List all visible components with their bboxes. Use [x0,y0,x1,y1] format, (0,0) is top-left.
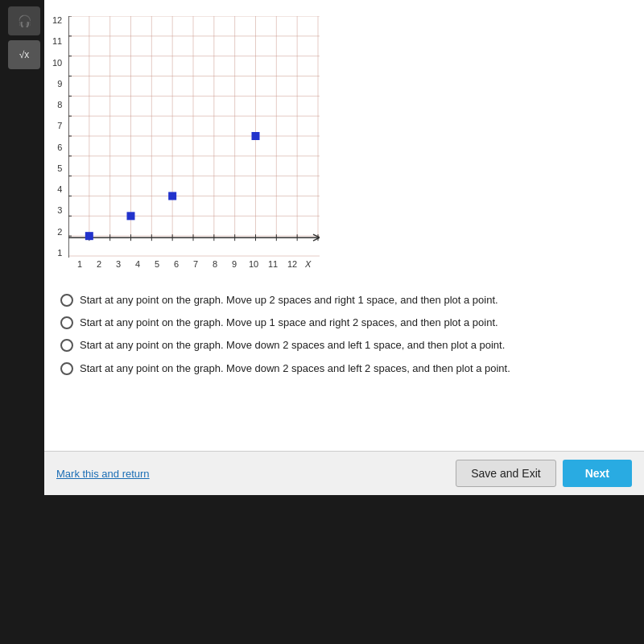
y-label-10: 10 [52,59,62,68]
content-area: 12 11 10 9 8 7 6 5 4 3 2 1 1 2 [44,0,644,451]
option-2-text: Start at any point on the graph. Move up… [80,316,498,330]
y-label-6: 6 [52,143,62,152]
x-label-8: 8 [205,259,225,269]
answer-options: Start at any point on the graph. Move up… [60,293,628,376]
y-label-2: 2 [52,228,62,237]
bottom-bar: Mark this and return Save and Exit Next [44,451,644,495]
mark-return-link[interactable]: Mark this and return [56,468,150,480]
radio-3[interactable] [60,339,73,352]
radio-2[interactable] [60,316,73,329]
x-label-2: 2 [89,259,109,269]
option-3[interactable]: Start at any point on the graph. Move do… [60,338,628,353]
graph-canvas[interactable] [68,16,320,258]
x-label-11: 11 [263,259,283,269]
option-1[interactable]: Start at any point on the graph. Move up… [60,293,628,308]
x-label-x: X [305,259,311,269]
left-toolbar: 🎧 √x [0,0,48,76]
formula-icon[interactable]: √x [8,40,40,69]
graph-wrapper: 12 11 10 9 8 7 6 5 4 3 2 1 1 2 [68,16,320,269]
x-label-4: 4 [128,259,147,269]
main-container: 🎧 √x 12 11 10 9 8 7 6 5 4 3 2 1 [0,0,644,644]
x-label-9: 9 [225,259,244,269]
y-label-4: 4 [52,185,62,194]
headphones-icon[interactable]: 🎧 [8,6,40,35]
option-4-text: Start at any point on the graph. Move do… [80,361,510,376]
y-label-5: 5 [52,164,62,173]
buttons-right: Save and Exit Next [456,460,632,487]
y-label-7: 7 [52,122,62,130]
x-label-1: 1 [70,259,89,269]
y-label-3: 3 [52,206,62,215]
y-label-12: 12 [52,16,62,25]
radio-4[interactable] [60,362,73,375]
radio-1[interactable] [60,294,73,307]
option-1-text: Start at any point on the graph. Move up… [80,293,498,308]
y-axis-labels: 12 11 10 9 8 7 6 5 4 3 2 1 [52,16,62,258]
y-label-1: 1 [52,249,62,258]
x-label-5: 5 [147,259,167,269]
option-3-text: Start at any point on the graph. Move do… [80,338,505,353]
y-label-9: 9 [52,80,62,89]
black-area [0,495,644,644]
y-label-8: 8 [52,101,62,109]
save-exit-button[interactable]: Save and Exit [456,460,555,487]
option-4[interactable]: Start at any point on the graph. Move do… [60,361,628,376]
option-2[interactable]: Start at any point on the graph. Move up… [60,316,628,330]
next-button[interactable]: Next [563,460,632,487]
graph-section: 12 11 10 9 8 7 6 5 4 3 2 1 1 2 [60,16,628,269]
x-label-12: 12 [283,259,302,269]
x-label-6: 6 [167,259,186,269]
x-label-10: 10 [244,259,263,269]
y-label-11: 11 [52,37,62,46]
x-label-7: 7 [186,259,205,269]
x-axis-labels: 1 2 3 4 5 6 7 8 9 10 11 12 X [70,259,320,269]
x-label-3: 3 [109,259,128,269]
